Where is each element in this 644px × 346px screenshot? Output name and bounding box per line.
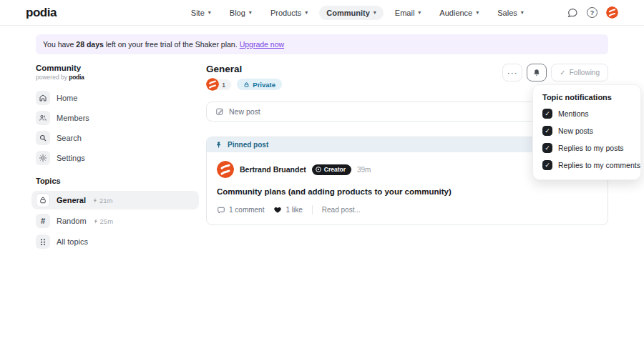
sidebar-item-members[interactable]: Members bbox=[36, 109, 195, 127]
community-sidebar: Community powered by podia Home Members … bbox=[36, 64, 195, 253]
menu-title: Topic notifications bbox=[542, 93, 631, 102]
chevron-down-icon: ▾ bbox=[476, 10, 479, 16]
nav-item-community[interactable]: Community▾ bbox=[319, 6, 384, 20]
member-avatar[interactable] bbox=[206, 78, 219, 91]
compose-icon bbox=[215, 107, 224, 116]
chevron-down-icon: ▾ bbox=[249, 10, 252, 16]
topic-item-random[interactable]: # Random 25m bbox=[31, 212, 199, 230]
topics-heading: Topics bbox=[36, 177, 195, 185]
nav-item-email[interactable]: Email▾ bbox=[388, 6, 429, 20]
topic-item-all-topics[interactable]: All topics bbox=[31, 232, 199, 251]
topic-label: Random bbox=[57, 217, 87, 225]
sidebar-item-label: Members bbox=[57, 114, 89, 122]
page-title: General bbox=[206, 64, 282, 74]
topic-item-general[interactable]: General 21m bbox=[31, 191, 199, 209]
option-new-posts[interactable]: ✓ New posts bbox=[542, 126, 631, 136]
comments-count[interactable]: 1 comment bbox=[217, 206, 264, 214]
sidebar-item-label: Home bbox=[57, 94, 77, 102]
topic-meta-row: 1 Private bbox=[206, 78, 282, 91]
nav-links: Site▾ Blog▾ Products▾ Community▾ Email▾ … bbox=[184, 6, 531, 20]
trial-days: 28 days bbox=[76, 40, 104, 49]
topic-activity: 25m bbox=[93, 217, 113, 225]
sidebar-item-search[interactable]: Search bbox=[36, 129, 195, 147]
author-name[interactable]: Bertrand Bruandet bbox=[240, 165, 306, 174]
option-replies-comments[interactable]: ✓ Replies to my comments bbox=[542, 160, 631, 170]
option-replies-posts[interactable]: ✓ Replies to my posts bbox=[542, 143, 631, 153]
sidebar-item-settings[interactable]: Settings bbox=[36, 149, 195, 167]
private-badge: Private bbox=[237, 79, 282, 90]
post-timestamp: 39m bbox=[357, 166, 371, 174]
notifications-bell-button[interactable] bbox=[527, 64, 547, 81]
sidebar-title: Community bbox=[36, 64, 195, 72]
comment-icon bbox=[217, 206, 225, 214]
chevron-down-icon: ▾ bbox=[208, 10, 211, 16]
checkbox-checked-icon[interactable]: ✓ bbox=[542, 126, 552, 136]
lock-icon bbox=[36, 193, 50, 207]
account-avatar[interactable] bbox=[606, 6, 618, 19]
nav-item-blog[interactable]: Blog▾ bbox=[223, 6, 259, 20]
home-icon bbox=[36, 91, 50, 105]
checkbox-checked-icon[interactable]: ✓ bbox=[542, 109, 552, 119]
heart-icon bbox=[273, 206, 282, 214]
divider bbox=[312, 205, 313, 214]
nav-item-audience[interactable]: Audience▾ bbox=[432, 6, 486, 20]
nav-item-products[interactable]: Products▾ bbox=[263, 6, 315, 20]
checkbox-checked-icon[interactable]: ✓ bbox=[542, 143, 552, 153]
settings-icon bbox=[36, 151, 50, 165]
topic-actions: ··· ✓ Following Topic notifications ✓ Me… bbox=[502, 64, 608, 81]
powered-by: powered by podia bbox=[36, 74, 195, 81]
read-post-link[interactable]: Read post... bbox=[322, 206, 361, 214]
help-icon[interactable]: ? bbox=[587, 7, 597, 18]
bolt-icon bbox=[92, 197, 98, 204]
option-mentions[interactable]: ✓ Mentions bbox=[542, 109, 631, 119]
checkbox-checked-icon[interactable]: ✓ bbox=[542, 160, 552, 170]
post-title[interactable]: Community plans (and adding products to … bbox=[217, 187, 597, 196]
sidebar-item-label: Search bbox=[57, 134, 82, 142]
topic-activity: 21m bbox=[92, 197, 112, 204]
topic-label: All topics bbox=[57, 237, 88, 246]
top-nav: podia Site▾ Blog▾ Products▾ Community▾ E… bbox=[0, 0, 644, 26]
trial-text: You have bbox=[43, 40, 76, 49]
upgrade-now-link[interactable]: Upgrade now bbox=[240, 40, 284, 49]
sidebar-item-label: Settings bbox=[57, 154, 85, 162]
pin-icon bbox=[215, 141, 223, 149]
trial-banner: You have 28 days left on your free trial… bbox=[36, 34, 608, 54]
bell-icon bbox=[532, 69, 541, 77]
chevron-down-icon: ▾ bbox=[521, 10, 524, 16]
search-icon bbox=[36, 131, 50, 145]
chevron-down-icon: ▾ bbox=[418, 10, 421, 16]
bolt-icon bbox=[93, 218, 99, 224]
podia-logo: podia bbox=[26, 6, 57, 20]
topic-label: General bbox=[57, 196, 86, 204]
check-icon: ✓ bbox=[560, 69, 565, 76]
topic-more-button[interactable]: ··· bbox=[502, 64, 522, 81]
chat-icon[interactable] bbox=[566, 6, 578, 19]
likes-count[interactable]: 1 like bbox=[273, 206, 302, 214]
hash-icon: # bbox=[36, 214, 50, 228]
nav-item-site[interactable]: Site▾ bbox=[184, 6, 218, 20]
grid-icon bbox=[36, 234, 50, 249]
podia-wordmark: podia bbox=[69, 74, 84, 81]
nav-item-sales[interactable]: Sales▾ bbox=[490, 6, 531, 20]
topic-notifications-menu: Topic notifications ✓ Mentions ✓ New pos… bbox=[532, 84, 641, 180]
lock-icon bbox=[243, 81, 250, 88]
members-icon bbox=[36, 111, 50, 125]
chevron-down-icon: ▾ bbox=[305, 10, 308, 16]
nav-right-icons: ? bbox=[566, 6, 618, 19]
following-button[interactable]: ✓ Following bbox=[551, 64, 608, 81]
chevron-down-icon: ▾ bbox=[374, 10, 376, 16]
creator-badge: Creator bbox=[312, 164, 351, 175]
main-panel: General 1 Private bbox=[206, 64, 608, 253]
sidebar-item-home[interactable]: Home bbox=[36, 89, 195, 107]
author-avatar[interactable] bbox=[217, 161, 234, 178]
creator-icon bbox=[315, 166, 322, 173]
